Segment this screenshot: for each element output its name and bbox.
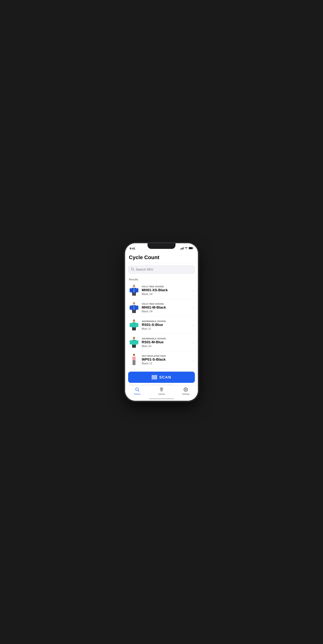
svg-point-5 bbox=[133, 285, 135, 287]
product-sku: MH01-XS-Black bbox=[142, 288, 192, 292]
barcode-icon bbox=[152, 375, 157, 380]
chevron-right-icon: › bbox=[193, 341, 194, 344]
scan-button[interactable]: SCAN bbox=[128, 372, 195, 383]
product-category: ABOMINABLE HOODIE bbox=[142, 338, 192, 340]
product-info: OSLO TREK HOODIE MH01-XS-Black Black | M bbox=[142, 286, 192, 296]
product-list: OSLO TREK HOODIE MH01-XS-Black Black | M… bbox=[125, 282, 198, 369]
product-info: ABOMINABLE HOODIE RS01-S-Blue Blue | S bbox=[142, 320, 192, 330]
search-bar[interactable] bbox=[128, 266, 195, 274]
svg-rect-29 bbox=[136, 340, 138, 344]
search-icon bbox=[131, 268, 134, 272]
scan-button-label: SCAN bbox=[159, 375, 172, 380]
chevron-right-icon: › bbox=[193, 323, 194, 327]
product-sku: RS01-M-Blue bbox=[142, 340, 192, 344]
product-variant: Black | M bbox=[142, 310, 192, 313]
svg-rect-32 bbox=[134, 345, 136, 348]
wifi-icon bbox=[184, 247, 188, 250]
product-image bbox=[129, 284, 139, 296]
svg-point-48 bbox=[136, 388, 138, 391]
home-indicator bbox=[149, 398, 174, 399]
list-item[interactable]: ABOMINABLE HOODIE RS01-M-Blue Blue | M › bbox=[125, 334, 198, 351]
svg-rect-37 bbox=[135, 356, 136, 358]
nav-search-label: Search bbox=[134, 393, 140, 395]
svg-rect-31 bbox=[132, 345, 134, 348]
phone-screen: 9:41 bbox=[125, 243, 198, 401]
svg-rect-28 bbox=[130, 340, 132, 344]
product-image bbox=[129, 336, 139, 348]
list-item[interactable]: ABOMINABLE HOODIE RS01-S-Blue Blue | S › bbox=[125, 316, 198, 334]
svg-rect-25 bbox=[134, 328, 136, 330]
svg-point-19 bbox=[133, 320, 135, 322]
product-variant: Black | S bbox=[142, 362, 192, 365]
product-sku: WP01-S-Black bbox=[142, 358, 192, 362]
list-item[interactable]: GEO INSULATED PANT WP01-S-Black Black | … bbox=[125, 351, 198, 369]
nav-item-upload[interactable]: Upload bbox=[150, 387, 174, 395]
product-category: OSLO TREK HOODIE bbox=[142, 286, 192, 288]
svg-rect-1 bbox=[193, 248, 193, 249]
nav-upload-icon bbox=[159, 387, 164, 392]
product-info: OSLO TREK HOODIE MH01-M-Black Black | M bbox=[142, 303, 192, 313]
svg-rect-46 bbox=[156, 375, 156, 380]
svg-line-4 bbox=[133, 270, 134, 271]
product-category: OSLO TREK HOODIE bbox=[142, 303, 192, 305]
svg-rect-47 bbox=[157, 375, 157, 380]
results-section: Results bbox=[125, 276, 198, 282]
nav-search-icon bbox=[135, 387, 140, 392]
svg-rect-38 bbox=[132, 360, 134, 365]
nav-item-settings[interactable]: Settings bbox=[174, 387, 198, 395]
search-input[interactable] bbox=[136, 268, 192, 272]
product-info: GEO INSULATED PANT WP01-S-Black Black | … bbox=[142, 355, 192, 365]
svg-rect-11 bbox=[134, 293, 136, 296]
svg-rect-23 bbox=[133, 322, 135, 324]
partial-list-item bbox=[125, 384, 198, 385]
chevron-right-icon: › bbox=[193, 288, 194, 292]
product-image bbox=[129, 354, 139, 366]
svg-point-53 bbox=[185, 389, 186, 390]
nav-item-search[interactable]: Search bbox=[125, 387, 150, 395]
svg-rect-44 bbox=[154, 375, 155, 380]
product-sku: RS01-S-Blue bbox=[142, 323, 192, 327]
product-variant: Blue | S bbox=[142, 327, 192, 330]
svg-rect-8 bbox=[130, 288, 132, 292]
product-sku: MH01-M-Black bbox=[142, 306, 192, 310]
page-title: Cycle Count bbox=[129, 254, 194, 260]
svg-rect-10 bbox=[132, 293, 134, 296]
svg-rect-17 bbox=[132, 310, 134, 313]
results-label: Results bbox=[129, 278, 138, 281]
status-time: 9:41 bbox=[130, 247, 135, 250]
product-image bbox=[129, 319, 139, 331]
header: Cycle Count bbox=[125, 252, 198, 263]
svg-point-26 bbox=[133, 337, 135, 339]
svg-rect-24 bbox=[132, 328, 134, 330]
svg-rect-36 bbox=[132, 356, 133, 358]
svg-rect-39 bbox=[134, 360, 136, 365]
svg-rect-30 bbox=[133, 340, 135, 341]
svg-rect-15 bbox=[130, 306, 132, 310]
svg-rect-18 bbox=[134, 310, 136, 313]
svg-rect-45 bbox=[155, 375, 156, 380]
svg-rect-9 bbox=[136, 288, 138, 292]
status-icons bbox=[180, 247, 194, 250]
nav-settings-label: Settings bbox=[182, 393, 190, 395]
svg-rect-43 bbox=[154, 375, 154, 380]
svg-rect-40 bbox=[152, 375, 152, 380]
nav-settings-icon bbox=[183, 387, 188, 392]
product-variant: Black | M bbox=[142, 292, 192, 296]
list-item[interactable]: OSLO TREK HOODIE MH01-XS-Black Black | M… bbox=[125, 282, 198, 299]
svg-line-49 bbox=[138, 390, 139, 392]
nav-upload-label: Upload bbox=[158, 393, 165, 395]
svg-rect-21 bbox=[130, 323, 132, 327]
signal-icon bbox=[180, 247, 184, 250]
chevron-right-icon: › bbox=[193, 358, 194, 362]
phone-frame: 9:41 bbox=[125, 243, 198, 401]
battery-icon bbox=[189, 247, 194, 250]
chevron-right-icon: › bbox=[193, 306, 194, 310]
svg-rect-2 bbox=[189, 248, 192, 249]
product-category: ABOMINABLE HOODIE bbox=[142, 320, 192, 322]
product-category: GEO INSULATED PANT bbox=[142, 355, 192, 357]
svg-rect-41 bbox=[152, 375, 153, 380]
product-info: ABOMINABLE HOODIE RS01-M-Blue Blue | M bbox=[142, 338, 192, 348]
svg-rect-42 bbox=[153, 375, 154, 380]
content-area: Cycle Count Results bbox=[125, 252, 198, 385]
list-item[interactable]: OSLO TREK HOODIE MH01-M-Black Black | M … bbox=[125, 299, 198, 316]
